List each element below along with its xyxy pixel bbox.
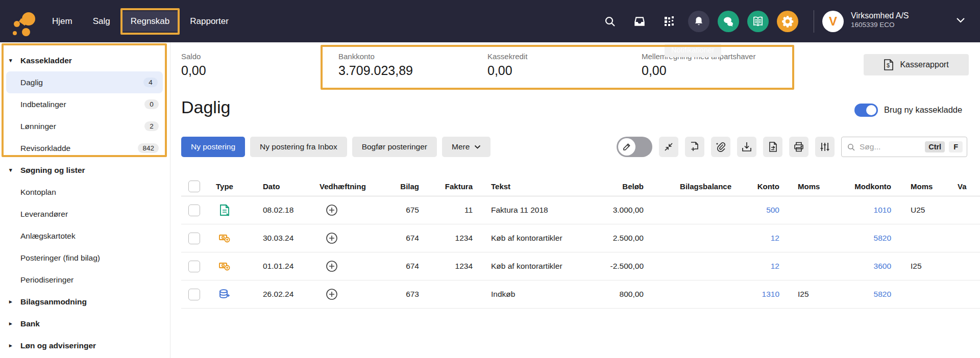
sidebar-item-revisorkladde[interactable]: Revisorkladde842 — [0, 137, 170, 159]
sidebar-item-leverand-rer[interactable]: Leverandører — [0, 203, 170, 225]
konto-link[interactable]: 500 — [766, 206, 779, 214]
button-label: Ny postering fra Inbox — [260, 142, 337, 151]
cell-dato: 26.02.24 — [242, 290, 306, 299]
column-header-type: Type — [216, 182, 233, 191]
attachment-icon[interactable] — [711, 137, 730, 157]
company-switcher[interactable]: Virksomhed A/S 1605339 ECO — [851, 11, 909, 30]
sidebar-item-posteringer-find-bilag-[interactable]: Posteringer (find bilag) — [0, 247, 170, 269]
ny-postering-button[interactable]: Ny postering — [181, 137, 245, 157]
sidebar-section-bank[interactable]: ▸Bank — [0, 313, 170, 335]
kassekredit-value: 0,00 — [487, 63, 527, 78]
navbar-divider — [814, 10, 814, 33]
chat-icon[interactable] — [718, 11, 739, 32]
add-attachment-icon[interactable] — [326, 260, 338, 272]
collapse-rows-icon[interactable] — [659, 137, 678, 157]
chevron-collapsed-icon: ▸ — [9, 320, 16, 327]
table-row[interactable]: 26.02.24673Indkøb800,001310I255820 — [181, 280, 980, 309]
row-checkbox[interactable] — [188, 233, 200, 244]
sidebar-item-label: Daglig — [20, 78, 43, 87]
f-key-badge: F — [949, 141, 963, 152]
print-icon[interactable] — [789, 137, 808, 157]
modkonto-link[interactable]: 5820 — [874, 234, 891, 242]
cell-dato: 30.03.24 — [242, 234, 306, 243]
nav-item-salg[interactable]: Salg — [83, 11, 120, 32]
sidebar-item-label: Posteringer (find bilag) — [20, 253, 100, 263]
inbox-icon[interactable] — [629, 11, 650, 32]
app-logo-icon — [9, 7, 39, 36]
cell-tekst: Indkøb — [475, 290, 602, 299]
table-row[interactable]: 01.01.246741234Køb af kontorartikler-2.5… — [181, 252, 980, 280]
saldo-summary: Saldo 0,00 — [181, 52, 206, 78]
column-header-dato: Dato — [242, 182, 306, 191]
sidebar-section-kassekladder[interactable]: ▾Kassekladder — [0, 49, 170, 71]
apps-icon[interactable] — [658, 11, 680, 32]
main-menu: HjemSalgRegnskabRapporter — [42, 11, 239, 32]
cell-belob: 2.500,00 — [613, 234, 646, 243]
add-attachment-icon[interactable] — [326, 232, 338, 244]
konto-link[interactable]: 12 — [771, 234, 779, 242]
modkonto-link[interactable]: 3600 — [874, 262, 891, 270]
table-search-input[interactable]: Søg... Ctrl F — [841, 137, 967, 157]
settings-gear-icon[interactable] — [777, 11, 798, 32]
konto-link[interactable]: 1310 — [762, 290, 779, 298]
new-document-icon[interactable] — [685, 137, 704, 157]
row-checkbox[interactable] — [188, 261, 200, 272]
nav-item-rapporter[interactable]: Rapporter — [180, 11, 239, 32]
cell-bilag: 674 — [406, 262, 421, 271]
toolbar-tools: Søg... Ctrl F — [617, 137, 967, 157]
add-attachment-icon[interactable] — [326, 204, 338, 216]
add-attachment-icon[interactable] — [326, 288, 338, 300]
modkonto-link[interactable]: 1010 — [874, 206, 891, 214]
table-row[interactable]: 30.03.246741234Køb af kontorartikler2.50… — [181, 224, 980, 252]
kasserapport-label: Kasserapport — [900, 60, 948, 69]
select-all-checkbox[interactable] — [188, 181, 200, 192]
column-settings-icon[interactable] — [815, 137, 835, 157]
nav-item-regnskab[interactable]: Regnskab — [120, 11, 180, 32]
import-icon[interactable] — [737, 137, 756, 157]
sidebar-item-indbetalinger[interactable]: Indbetalinger0 — [0, 93, 170, 115]
cell-konto: 1310 — [762, 290, 781, 299]
ny-postering-fra-inbox-button[interactable]: Ny postering fra Inbox — [250, 137, 347, 157]
bogf-r-posteringer-button[interactable]: Bogfør posteringer — [352, 137, 437, 157]
sidebar-section-l-n-og-adviseringer[interactable]: ▸Løn og adviseringer — [0, 335, 170, 356]
row-checkbox[interactable] — [188, 289, 200, 300]
company-avatar[interactable]: V — [822, 11, 844, 32]
export-document-icon[interactable] — [763, 137, 782, 157]
help-book-icon[interactable] — [747, 11, 769, 32]
nav-item-hjem[interactable]: Hjem — [42, 11, 83, 32]
sidebar-item-anl-gskartotek[interactable]: Anlægskartotek — [0, 225, 170, 247]
konto-link[interactable]: 12 — [771, 262, 779, 270]
cell-bilag: 674 — [406, 234, 421, 243]
edit-mode-toggle[interactable] — [617, 137, 652, 157]
cell-dato: 08.02.18 — [242, 206, 306, 215]
sidebar-section-label: Bilagsanmodning — [20, 297, 87, 306]
sidebar-item-label: Indbetalinger — [20, 100, 66, 109]
bankkonto-label: Bankkonto — [338, 52, 413, 61]
sidebar-item-l-nninger[interactable]: Lønninger2 — [0, 115, 170, 137]
sidebar-item-label: Lønninger — [20, 122, 56, 131]
sidebar-item-periodiseringer[interactable]: Periodiseringer — [0, 269, 170, 291]
company-name: Virksomhed A/S — [851, 11, 909, 21]
search-icon[interactable] — [599, 11, 621, 32]
sidebar-section-bilagsanmodning[interactable]: ▸Bilagsanmodning — [0, 291, 170, 313]
modkonto-link[interactable]: 5820 — [874, 290, 891, 298]
sidebar-item-kontoplan[interactable]: Kontoplan — [0, 181, 170, 203]
cell-select — [188, 261, 200, 272]
cell-select — [188, 204, 200, 216]
cell-modkonto: 3600 — [874, 262, 893, 271]
table-row[interactable]: 08.02.1867511Faktura 11 20183.000,005001… — [181, 196, 980, 224]
column-header-bilagsbalance: Bilagsbalance — [680, 182, 733, 191]
row-checkbox[interactable] — [188, 204, 200, 216]
cell-vedhaeftning — [306, 260, 380, 272]
toolbar-actions: Ny posteringNy postering fra InboxBogfør… — [181, 137, 491, 157]
cell-modkonto: 5820 — [874, 234, 893, 243]
chevron-down-icon[interactable] — [955, 17, 966, 24]
mere-button[interactable]: Mere — [442, 137, 491, 157]
kasserapport-button[interactable]: $ Kasserapport — [864, 54, 969, 75]
column-header-modkonto: Modkonto — [854, 182, 893, 191]
svg-text:$: $ — [887, 62, 890, 68]
sidebar-item-daglig[interactable]: Daglig4 — [6, 71, 163, 93]
notifications-bell-icon[interactable] — [688, 11, 709, 32]
new-ledger-toggle[interactable] — [854, 104, 878, 117]
sidebar-section-s-gning-og-lister[interactable]: ▾Søgning og lister — [0, 159, 170, 181]
